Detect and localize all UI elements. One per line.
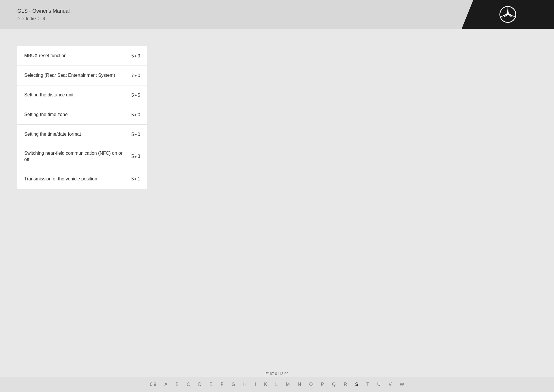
row-page: 7►0: [131, 73, 140, 78]
alphabet-item-B[interactable]: B: [171, 382, 183, 387]
alphabet-bar: 0 9ABCDEFGHIKLMNOPQRSTUVW: [0, 377, 554, 392]
alphabet-item-P[interactable]: P: [317, 382, 328, 387]
row-page: 5►3: [131, 154, 140, 159]
alphabet-item-F[interactable]: F: [217, 382, 228, 387]
breadcrumb-current: S: [42, 16, 45, 21]
alphabet-item-L[interactable]: L: [271, 382, 282, 387]
table-row[interactable]: Setting the time zone5►0: [17, 105, 147, 125]
alphabet-item-V[interactable]: V: [385, 382, 396, 387]
alphabet-item-N[interactable]: N: [294, 382, 305, 387]
main-content: MBUX reset function5►9Selecting (Rear Se…: [0, 29, 554, 189]
header: GLS - Owner's Manual ⌂ > Index > S: [0, 0, 554, 29]
row-label: Setting the time zone: [24, 111, 127, 118]
row-label: MBUX reset function: [24, 53, 127, 59]
breadcrumb-sep-1: >: [22, 16, 24, 21]
alphabet-item-D[interactable]: D: [194, 382, 206, 387]
home-icon[interactable]: ⌂: [17, 16, 20, 21]
alphabet-item-W[interactable]: W: [396, 382, 408, 387]
breadcrumb: ⌂ > Index > S: [17, 16, 70, 21]
row-label: Transmission of the vehicle position: [24, 176, 127, 182]
alphabet-item-U[interactable]: U: [373, 382, 385, 387]
breadcrumb-index[interactable]: Index: [26, 16, 37, 21]
alphabet-item-Q[interactable]: Q: [328, 382, 340, 387]
mercedes-star-icon: [499, 6, 516, 23]
alphabet-item-A[interactable]: A: [160, 382, 172, 387]
row-page: 5►9: [131, 53, 140, 59]
header-left: GLS - Owner's Manual ⌂ > Index > S: [17, 8, 70, 21]
row-page: 5►5: [131, 93, 140, 98]
alphabet-item-M[interactable]: M: [282, 382, 294, 387]
index-table: MBUX reset function5►9Selecting (Rear Se…: [17, 46, 147, 189]
brand-logo-area: [462, 0, 554, 29]
alphabet-item-R[interactable]: R: [340, 382, 351, 387]
row-label: Switching near-field communication (NFC)…: [24, 150, 127, 163]
alphabet-item-T[interactable]: T: [362, 382, 373, 387]
row-label: Selecting (Rear Seat Entertainment Syste…: [24, 72, 127, 79]
alphabet-item-09[interactable]: 0 9: [146, 382, 160, 387]
breadcrumb-sep-2: >: [38, 16, 41, 21]
table-row[interactable]: Switching near-field communication (NFC)…: [17, 144, 147, 169]
bottom-section: F167 0113 02 0 9ABCDEFGHIKLMNOPQRSTUVW: [0, 370, 554, 392]
alphabet-item-C[interactable]: C: [183, 382, 194, 387]
row-page: 5►1: [131, 176, 140, 182]
row-label: Setting the distance unit: [24, 92, 127, 98]
table-row[interactable]: MBUX reset function5►9: [17, 46, 147, 66]
table-row[interactable]: Setting the distance unit5►5: [17, 85, 147, 105]
row-page: 5►0: [131, 112, 140, 117]
alphabet-item-O[interactable]: O: [305, 382, 317, 387]
document-title: GLS - Owner's Manual: [17, 8, 70, 14]
alphabet-item-E[interactable]: E: [205, 382, 217, 387]
alphabet-item-I[interactable]: I: [251, 382, 260, 387]
alphabet-item-G[interactable]: G: [228, 382, 239, 387]
alphabet-item-K[interactable]: K: [260, 382, 271, 387]
table-row[interactable]: Selecting (Rear Seat Entertainment Syste…: [17, 66, 147, 85]
row-page: 5►0: [131, 132, 140, 137]
alphabet-item-H[interactable]: H: [239, 382, 251, 387]
alphabet-item-S[interactable]: S: [351, 382, 362, 387]
footer-code: F167 0113 02: [0, 370, 554, 377]
table-row[interactable]: Setting the time/date format5►0: [17, 125, 147, 144]
row-label: Setting the time/date format: [24, 131, 127, 137]
table-row[interactable]: Transmission of the vehicle position5►1: [17, 169, 147, 189]
